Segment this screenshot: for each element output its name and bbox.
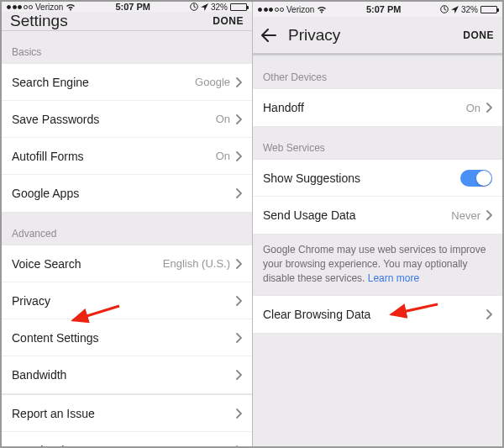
row-value: English (U.S.) bbox=[163, 257, 230, 270]
learn-more-link[interactable]: Learn more bbox=[368, 272, 419, 284]
section-other-devices-header: Other Devices bbox=[253, 56, 502, 88]
row-label: Report an Issue bbox=[12, 407, 95, 420]
row-label: Bandwidth bbox=[12, 368, 66, 382]
row-label: Save Passwords bbox=[12, 113, 99, 126]
row-label: Send Usage Data bbox=[263, 208, 356, 222]
chevron-right-icon bbox=[235, 151, 242, 161]
chevron-right-icon bbox=[235, 445, 242, 446]
row-send-usage-data[interactable]: Send Usage Data Never bbox=[253, 197, 502, 234]
settings-screen: Verizon 5:07 PM 32% Settings DONE Basics… bbox=[2, 2, 252, 446]
row-value: Google bbox=[195, 76, 230, 88]
chevron-right-icon bbox=[486, 103, 492, 113]
status-bar: Verizon 5:07 PM 32% bbox=[2, 2, 252, 12]
location-icon bbox=[451, 6, 459, 13]
row-content-settings[interactable]: Content Settings bbox=[2, 319, 252, 356]
wifi-icon bbox=[66, 3, 76, 11]
arrow-left-icon bbox=[261, 29, 276, 42]
battery-percent: 32% bbox=[211, 3, 228, 12]
carrier-label: Verizon bbox=[286, 5, 314, 14]
page-title: Privacy bbox=[288, 26, 340, 45]
section-basics-header: Basics bbox=[2, 31, 252, 63]
chevron-right-icon bbox=[235, 114, 242, 124]
row-value: On bbox=[216, 113, 230, 125]
row-label: Search Engine bbox=[12, 76, 89, 89]
row-report-issue[interactable]: Report an Issue bbox=[2, 395, 252, 432]
row-show-suggestions[interactable]: Show Suggestions bbox=[253, 160, 502, 197]
chevron-right-icon bbox=[486, 210, 492, 220]
row-value: On bbox=[216, 150, 230, 162]
done-button[interactable]: DONE bbox=[463, 29, 494, 41]
footer-group: Report an Issue Google Chrome bbox=[2, 394, 252, 446]
row-handoff[interactable]: Handoff On bbox=[253, 89, 502, 126]
battery-icon bbox=[230, 3, 247, 11]
row-label: Clear Browsing Data bbox=[263, 308, 370, 321]
section-advanced-header: Advanced bbox=[2, 213, 252, 245]
clear-group: Clear Browsing Data bbox=[253, 295, 502, 334]
signal-dots-icon bbox=[258, 8, 284, 12]
row-label: Handoff bbox=[263, 101, 304, 114]
chevron-right-icon bbox=[235, 333, 242, 343]
section-web-services-header: Web Services bbox=[253, 127, 502, 159]
basics-group: Search Engine Google Save Passwords On A… bbox=[2, 63, 252, 213]
advanced-group: Voice Search English (U.S.) Privacy Cont… bbox=[2, 245, 252, 394]
row-privacy[interactable]: Privacy bbox=[2, 282, 252, 319]
row-label: Google Apps bbox=[12, 187, 79, 200]
header: Privacy DONE bbox=[253, 17, 502, 54]
toggle-on-icon[interactable] bbox=[460, 170, 492, 187]
info-text: Google Chrome may use web services to im… bbox=[253, 235, 502, 295]
row-clear-browsing-data[interactable]: Clear Browsing Data bbox=[253, 296, 502, 333]
row-label: Show Suggestions bbox=[263, 171, 360, 185]
battery-icon bbox=[480, 6, 497, 13]
chevron-right-icon bbox=[235, 259, 242, 269]
row-label: Google Chrome bbox=[12, 444, 95, 446]
row-google-apps[interactable]: Google Apps bbox=[2, 175, 252, 212]
back-button[interactable] bbox=[261, 29, 276, 42]
web-services-group: Show Suggestions Send Usage Data Never bbox=[253, 159, 502, 235]
compass-icon bbox=[440, 5, 449, 13]
row-autofill-forms[interactable]: Autofill Forms On bbox=[2, 138, 252, 175]
chevron-right-icon bbox=[235, 408, 242, 419]
header: Settings DONE bbox=[2, 12, 252, 31]
chevron-right-icon bbox=[235, 188, 242, 198]
clock: 5:07 PM bbox=[366, 4, 402, 14]
chevron-right-icon bbox=[235, 370, 242, 380]
carrier-label: Verizon bbox=[35, 3, 63, 12]
privacy-screen: Verizon 5:07 PM 32% Privacy DONE Other D… bbox=[252, 2, 502, 446]
battery-percent: 32% bbox=[461, 5, 478, 14]
clock: 5:07 PM bbox=[115, 2, 150, 12]
row-search-engine[interactable]: Search Engine Google bbox=[2, 64, 252, 101]
row-google-chrome[interactable]: Google Chrome bbox=[2, 432, 252, 446]
status-bar: Verizon 5:07 PM 32% bbox=[253, 2, 502, 17]
row-label: Voice Search bbox=[12, 257, 81, 271]
row-label: Privacy bbox=[12, 294, 50, 308]
chevron-right-icon bbox=[486, 309, 492, 319]
row-save-passwords[interactable]: Save Passwords On bbox=[2, 101, 252, 138]
other-devices-group: Handoff On bbox=[253, 88, 502, 127]
signal-dots-icon bbox=[7, 5, 33, 9]
location-icon bbox=[201, 3, 208, 11]
wifi-icon bbox=[317, 6, 327, 13]
page-title: Settings bbox=[10, 12, 68, 30]
row-value: Never bbox=[451, 209, 480, 222]
row-label: Content Settings bbox=[12, 331, 99, 345]
chevron-right-icon bbox=[235, 77, 242, 87]
compass-icon bbox=[190, 3, 198, 11]
row-value: On bbox=[466, 102, 480, 114]
row-label: Autofill Forms bbox=[12, 150, 84, 163]
row-voice-search[interactable]: Voice Search English (U.S.) bbox=[2, 245, 252, 282]
row-bandwidth[interactable]: Bandwidth bbox=[2, 356, 252, 393]
chevron-right-icon bbox=[235, 296, 242, 306]
done-button[interactable]: DONE bbox=[213, 15, 244, 27]
